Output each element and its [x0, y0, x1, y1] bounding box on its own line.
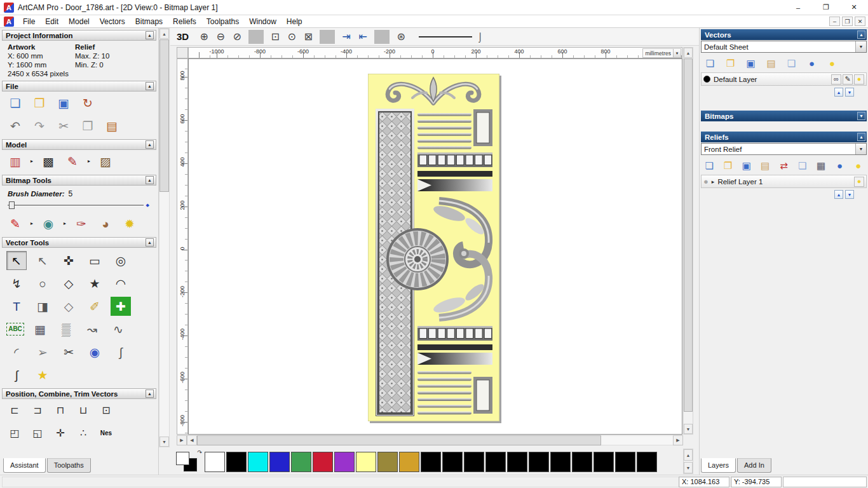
palette-colour-swatch[interactable]: [572, 452, 592, 472]
join-vectors-icon[interactable]: ➢: [32, 342, 53, 362]
text-tool-icon[interactable]: T: [6, 297, 27, 316]
zoom-object-icon[interactable]: ⊛: [393, 30, 409, 44]
select-vectors-icon[interactable]: ↖: [6, 251, 27, 270]
relief-visibility-all-icon[interactable]: ●: [851, 158, 865, 172]
snap-sphere-icon[interactable]: ●: [804, 56, 820, 70]
collapse-section-button[interactable]: ▲: [146, 82, 154, 90]
tab-assistant[interactable]: Assistant: [3, 458, 46, 473]
scroll-down-button[interactable]: ▼: [684, 424, 693, 434]
menu-vectors[interactable]: Vectors: [95, 16, 130, 27]
palette-colour-swatch[interactable]: [313, 452, 333, 472]
save-relief-layer-icon[interactable]: ▣: [740, 158, 754, 172]
scroll-down-button[interactable]: ▼: [684, 462, 693, 473]
assistant-scrollbar[interactable]: ▲ ▼: [159, 28, 170, 447]
minimize-button[interactable]: –: [784, 0, 812, 15]
bezier-curve-icon[interactable]: ↝: [82, 320, 102, 339]
palette-colour-swatch[interactable]: [205, 452, 225, 472]
palette-colour-swatch[interactable]: [550, 452, 571, 472]
flyout-arrow-icon[interactable]: ▸: [86, 152, 92, 171]
wrap-text-curve-icon[interactable]: ∫: [6, 365, 27, 384]
zoom-previous-icon[interactable]: ⊘: [229, 30, 245, 44]
palette-colour-swatch[interactable]: [421, 452, 441, 472]
relief-layer-row[interactable]: ● ▸ Relief Layer 1 ●: [701, 175, 867, 188]
vector-layer-row[interactable]: Default Layer ∞✎●: [701, 72, 867, 86]
chevron-down-icon[interactable]: ▼: [855, 41, 866, 52]
collapse-section-button[interactable]: ▲: [146, 176, 154, 184]
flyout-arrow-icon[interactable]: ▸: [62, 214, 67, 233]
polyline-tool-icon[interactable]: ↯: [6, 274, 27, 293]
copy-icon[interactable]: ❐: [78, 116, 98, 135]
palette-colour-swatch[interactable]: [291, 452, 311, 472]
mdi-restore-button[interactable]: ❐: [842, 17, 853, 26]
palette-colour-swatch[interactable]: [507, 452, 527, 472]
collapse-section-button[interactable]: ▲: [146, 238, 154, 247]
redo-icon[interactable]: ↷: [29, 116, 50, 135]
edit-layer-icon[interactable]: ✎: [843, 74, 853, 85]
new-model-icon[interactable]: ❏: [5, 93, 25, 112]
collapse-section-button[interactable]: ▲: [146, 390, 154, 398]
align-left-icon[interactable]: ⊏: [5, 403, 24, 419]
ellipse-tool-icon[interactable]: ○: [32, 274, 53, 293]
flyout-arrow-icon[interactable]: ▸: [29, 152, 34, 171]
canvas-horizontal-scrollbar[interactable]: ▶ ◀ ▶: [177, 435, 683, 445]
merge-layers-icon[interactable]: ▤: [763, 56, 779, 70]
draw-colour-icon[interactable]: ✑: [71, 214, 92, 233]
expand-relief-layer-icon[interactable]: ▸: [712, 179, 715, 185]
palette-colour-swatch[interactable]: [334, 452, 355, 472]
arc-fit-icon[interactable]: ◜: [6, 342, 27, 362]
restore-button[interactable]: ❐: [812, 0, 840, 15]
slider-handle[interactable]: [9, 201, 15, 209]
align-right-icon[interactable]: ⊐: [28, 403, 47, 419]
align-top-icon[interactable]: ⊓: [51, 403, 70, 419]
merge-relief-icon[interactable]: ▤: [758, 158, 772, 172]
load-relief-icon[interactable]: ▥: [5, 152, 25, 171]
paste-icon[interactable]: ▤: [102, 116, 122, 135]
palette-colour-swatch[interactable]: [269, 452, 290, 472]
node-editing-icon[interactable]: ↖: [32, 251, 53, 270]
dot-pattern-icon[interactable]: ▒: [56, 320, 76, 339]
transfer-relief-icon[interactable]: ⇄: [776, 158, 790, 172]
palette-colour-swatch[interactable]: [637, 452, 657, 472]
scrollbar-thumb[interactable]: [197, 435, 601, 445]
wireframe-icon[interactable]: ▦: [30, 320, 50, 339]
palette-colour-swatch[interactable]: [485, 452, 506, 472]
slider-track[interactable]: [8, 205, 144, 206]
lock-layer-icon[interactable]: ∞: [831, 74, 841, 85]
collapse-section-button[interactable]: ▲: [146, 31, 154, 39]
array-copy-icon[interactable]: ∴: [74, 426, 93, 442]
layer-visibility-icon[interactable]: ●: [854, 74, 864, 85]
menu-help[interactable]: Help: [281, 16, 308, 27]
offset-vectors-icon[interactable]: ◇: [58, 297, 79, 316]
combine-subtract-icon[interactable]: ◱: [28, 426, 47, 442]
nest-vectors-icon[interactable]: Nes: [97, 426, 116, 442]
transform-vectors-icon[interactable]: ✜: [58, 251, 79, 270]
mdi-minimize-button[interactable]: –: [829, 17, 840, 26]
canvas-vertical-scrollbar[interactable]: ▲ ▼: [683, 47, 693, 435]
layer-colour-swatch[interactable]: [703, 76, 710, 83]
menu-window[interactable]: Window: [244, 16, 281, 27]
open-vector-layer-icon[interactable]: ❐: [722, 56, 738, 70]
zoom-window-icon[interactable]: ⊡: [268, 30, 283, 44]
palette-colour-swatch[interactable]: [399, 452, 419, 472]
menu-reliefs[interactable]: Reliefs: [168, 16, 201, 27]
zoom-fit-icon[interactable]: ⊠: [301, 30, 316, 44]
tab-layers[interactable]: Layers: [701, 458, 736, 473]
move-layer-up-button[interactable]: ▲: [834, 88, 843, 97]
menu-model[interactable]: Model: [64, 16, 95, 27]
expand-bitmaps-button[interactable]: ▼: [857, 112, 865, 120]
zoom-1to1-icon[interactable]: ⊙: [284, 30, 299, 44]
units-selector[interactable]: millimetres ▼: [642, 48, 681, 58]
3d-view-button[interactable]: 3D: [177, 31, 189, 42]
measure-tool-icon[interactable]: ✐: [85, 297, 105, 316]
palette-icon[interactable]: ◕: [95, 214, 116, 233]
scrollbar-thumb[interactable]: [684, 58, 693, 412]
trim-vectors-icon[interactable]: ✂: [58, 342, 79, 362]
drawing-viewport[interactable]: [188, 58, 682, 435]
new-sheet-icon[interactable]: ❏: [783, 56, 799, 70]
primary-secondary-colour-indicator[interactable]: ↷: [175, 451, 202, 473]
collapse-section-button[interactable]: ▲: [146, 140, 154, 149]
collapse-reliefs-button[interactable]: ▲: [857, 133, 865, 141]
rectangle-tool-icon[interactable]: ▭: [85, 251, 105, 270]
shape-editor-icon[interactable]: ✎: [62, 152, 83, 171]
chevron-down-icon[interactable]: ▼: [855, 144, 866, 154]
